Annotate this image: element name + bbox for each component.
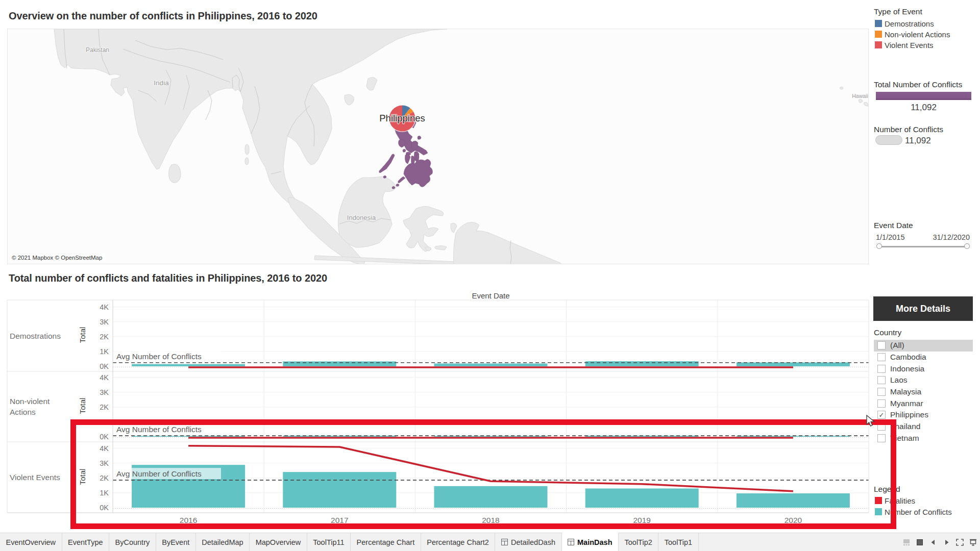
tab-eventoverview[interactable]: EventOverview [0, 533, 62, 551]
y-tick-label: 0K [100, 362, 109, 370]
halmahera [451, 223, 457, 233]
tab-maindash[interactable]: MainDash [562, 533, 619, 551]
y-tick-label: 2K [100, 474, 109, 482]
tab-label: MainDash [577, 538, 612, 546]
tab-tooltip11[interactable]: ToolTip11 [307, 533, 351, 551]
type-of-event-title: Type of Event [874, 7, 922, 16]
y-axis-title-total: Total [78, 441, 87, 512]
tab-label: Percentage Chart2 [427, 538, 489, 546]
bar-demostrations-2017[interactable] [283, 361, 396, 366]
next-arrow-icon[interactable] [943, 539, 950, 546]
tab-label: DetailedDash [511, 538, 555, 546]
total-conflicts-color-bar[interactable] [876, 92, 971, 100]
layout-grid-icon[interactable] [903, 539, 911, 546]
seram [435, 246, 447, 250]
y-tick-label: 2K [100, 333, 109, 341]
pacific-island [840, 87, 843, 89]
tab-label: ToolTip1 [665, 538, 692, 546]
tab-label: EventType [68, 538, 103, 546]
tab-bycountry[interactable]: ByCountry [109, 533, 156, 551]
map-canvas: PakistanIndiaIndonesiaHawaiiPhilippines [8, 29, 868, 264]
legend-item-label: Non-violent Actions [885, 30, 950, 39]
tab-label: ByCountry [115, 538, 150, 546]
bar-demostrations-2018[interactable] [434, 363, 548, 366]
event-date-start: 1/1/2015 [876, 233, 904, 241]
fatalities-line-violent-events[interactable] [188, 446, 793, 491]
hawaii-island [859, 99, 863, 103]
tab-eventtype[interactable]: EventType [62, 533, 110, 551]
tab-percentage-chart2[interactable]: Percentage Chart2 [421, 533, 496, 551]
type-of-event-item: Demostrations [875, 18, 934, 29]
map-label-philippines-marker: Philippines [379, 113, 425, 123]
hawaii-island [864, 102, 868, 106]
philippines-island [392, 186, 395, 189]
x-tick-label-2020: 2020 [785, 516, 802, 524]
tab-detaileddash[interactable]: DetailedDash [495, 533, 561, 551]
total-conflicts-title: Total Number of Conflicts [874, 80, 962, 89]
philippines-island [399, 139, 405, 147]
y-tick-label: 3K [100, 459, 109, 467]
philippines-island [418, 136, 421, 139]
tab-detailedmap[interactable]: DetailedMap [196, 533, 250, 551]
x-tick-label-2017: 2017 [331, 516, 348, 524]
x-tick-label-2016: 2016 [180, 516, 197, 524]
tab-label: EventOverview [6, 538, 56, 546]
bar-violent-events-2017[interactable] [283, 472, 396, 508]
tab-byevent[interactable]: ByEvent [156, 533, 196, 551]
chart-section-title: Total number of conflicts and fatalities… [9, 272, 327, 284]
prev-arrow-icon[interactable] [929, 539, 937, 546]
fullscreen-icon[interactable] [956, 539, 964, 546]
number-of-conflicts-size-pill[interactable] [875, 135, 902, 145]
sri-lanka [169, 164, 181, 183]
y-tick-label: 1K [100, 489, 109, 497]
tab-tooltip1[interactable]: ToolTip1 [658, 533, 698, 551]
avg-reference-label: Avg Number of Conflicts [116, 352, 202, 361]
bar-demostrations-2016[interactable] [132, 364, 245, 366]
philippines-island [411, 141, 418, 149]
legend-item-label: Violent Events [885, 41, 934, 49]
andaman [245, 158, 249, 165]
borneo [338, 177, 397, 247]
map-label-pakistan: Pakistan [86, 46, 109, 54]
bar-violent-events-2018[interactable] [434, 486, 548, 508]
number-of-conflicts-value: 11,092 [905, 136, 931, 146]
status-toolbar [903, 539, 977, 546]
legend-swatch-demostrations [875, 20, 882, 27]
hainan [345, 94, 354, 105]
row-label-demostrations: Demostrations [10, 300, 74, 371]
legend-item-label: Demostrations [885, 19, 934, 28]
y-tick-label: 0K [100, 504, 109, 512]
tab-mapoverview[interactable]: MapOverview [250, 533, 307, 551]
sulawesi [403, 206, 444, 252]
event-date-slider-track[interactable] [879, 246, 967, 247]
philippines-island [403, 149, 406, 152]
tab-tooltip2[interactable]: ToolTip2 [619, 533, 658, 551]
tab-label: ToolTip2 [625, 538, 652, 546]
event-date-slider-handle-left[interactable] [876, 243, 882, 249]
dashboard-grid-icon [568, 539, 574, 545]
presentation-icon[interactable] [969, 539, 977, 546]
event-date-slider-handle-right[interactable] [964, 243, 970, 249]
conflict-fatalities-chart[interactable]: 0K1K2K3K4K0K1K2K3K4K0K1K2K3K4KAvg Number… [0, 286, 980, 531]
y-tick-label: 4K [100, 303, 109, 311]
new-guinea [454, 222, 564, 264]
row-label-non-violent-actions: Non-violent Actions [10, 371, 74, 442]
solid-square-icon[interactable] [916, 539, 924, 546]
dashboard-grid-icon [501, 539, 508, 545]
tab-label: Percentage Chart [357, 538, 415, 546]
tab-label: ToolTip11 [313, 538, 344, 546]
tab-label: DetailedMap [202, 538, 243, 546]
bar-violent-events-2020[interactable] [737, 493, 850, 508]
bar-violent-events-2019[interactable] [585, 488, 699, 508]
y-tick-label: 0K [100, 433, 109, 441]
philippines-island [396, 184, 399, 186]
java [314, 256, 457, 264]
tab-percentage-chart[interactable]: Percentage Chart [351, 533, 421, 551]
tab-label: MapOverview [256, 538, 301, 546]
map[interactable]: PakistanIndiaIndonesiaHawaiiPhilippines … [7, 29, 869, 264]
legend-swatch-violent-events [875, 41, 882, 48]
philippines-island [398, 177, 405, 183]
bar-demostrations-2019[interactable] [585, 361, 699, 366]
event-date-slider[interactable] [876, 243, 970, 249]
tab-label: ByEvent [162, 538, 189, 546]
